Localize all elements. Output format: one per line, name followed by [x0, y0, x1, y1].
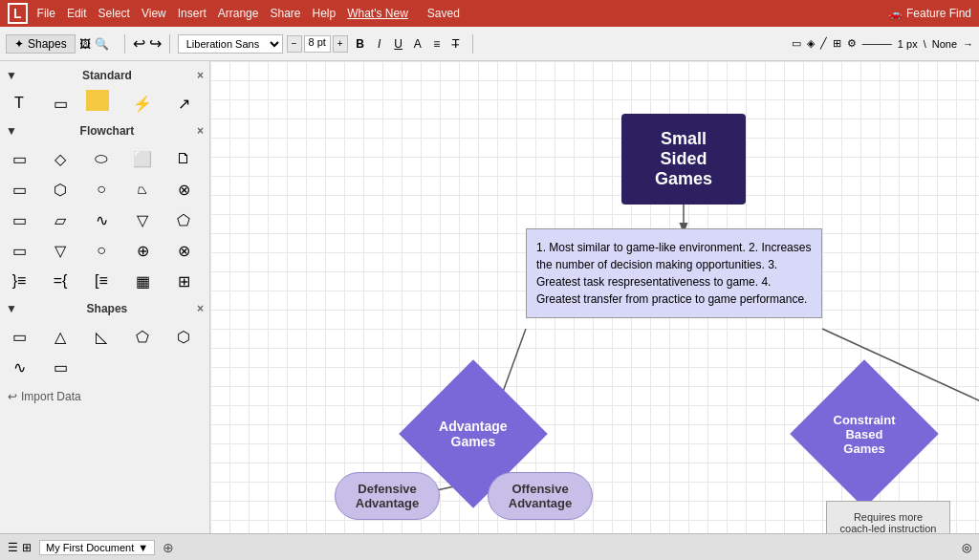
fc-wave[interactable]: ∿: [86, 206, 117, 233]
grid-view-icon[interactable]: ⊞: [22, 541, 32, 554]
undo-button[interactable]: ↩: [133, 34, 145, 53]
sh-rtriangle[interactable]: ◺: [86, 323, 117, 350]
car-icon: 🚗: [888, 7, 903, 20]
text-shape[interactable]: T: [4, 90, 34, 117]
search-icon[interactable]: 🔍: [95, 37, 109, 51]
feature-find[interactable]: 🚗 Feature Find: [888, 7, 971, 20]
add-tab-button[interactable]: ⊕: [163, 540, 174, 555]
underline-button[interactable]: U: [390, 34, 407, 54]
menu-edit[interactable]: Edit: [67, 7, 87, 20]
line-end-icon[interactable]: \: [924, 38, 926, 50]
line-icon[interactable]: ╱: [820, 37, 827, 50]
menu-share[interactable]: Share: [270, 7, 300, 20]
fc-cross[interactable]: ⊗: [168, 237, 199, 264]
font-increase-button[interactable]: +: [333, 35, 348, 53]
arrow-right-icon[interactable]: →: [963, 38, 973, 50]
fc-dblrect[interactable]: ⬜: [127, 145, 158, 172]
fc-table[interactable]: ▦: [127, 268, 158, 294]
fc-bracket3[interactable]: [≡: [86, 268, 117, 294]
yellow-rect-shape[interactable]: [86, 90, 109, 111]
fc-scroll[interactable]: 🗋: [168, 145, 199, 172]
main-area: ▼ Standard × T ▭ ⚡ ↗ ▼ Flowchart × ▭ ◇ ⬭…: [0, 61, 979, 533]
requires-node[interactable]: Requires morecoach-led instruction: [826, 501, 950, 533]
list-view-icon[interactable]: ☰: [8, 541, 18, 554]
sh-hex[interactable]: ⬡: [168, 323, 199, 350]
canvas-area[interactable]: SmallSidedGames 1. Most similar to game-…: [210, 61, 979, 533]
import-data-button[interactable]: ↩ Import Data: [4, 384, 206, 409]
menu-bar: File Edit Select View Insert Arrange Sha…: [37, 7, 460, 20]
image-icon[interactable]: 🖼: [79, 37, 91, 51]
fc-cylinder[interactable]: ⊗: [168, 176, 199, 203]
shapes-close[interactable]: ×: [197, 302, 204, 315]
border-icon[interactable]: ▭: [792, 37, 801, 50]
fc-triangle-down[interactable]: ▽: [127, 206, 158, 233]
defensive-advantage-node[interactable]: DefensiveAdvantage: [335, 472, 440, 520]
fc-pentagon[interactable]: ⬠: [168, 206, 199, 233]
sh-rect2[interactable]: ▭: [45, 354, 76, 380]
left-panel: ▼ Standard × T ▭ ⚡ ↗ ▼ Flowchart × ▭ ◇ ⬭…: [0, 61, 210, 533]
bottom-tab-bar: ☰ ⊞ My First Document ▼ ⊕ ◎: [0, 533, 979, 560]
fc-bracket1[interactable]: }≡: [4, 268, 34, 294]
menu-help[interactable]: Help: [313, 7, 337, 20]
shapes-panel-toggle[interactable]: ✦ Shapes: [6, 34, 76, 54]
fill-icon[interactable]: ◈: [807, 37, 815, 50]
constraint-based-node[interactable]: ConstraintBasedGames: [790, 359, 939, 508]
sh-pentagon[interactable]: ⬠: [127, 323, 158, 350]
font-family-select[interactable]: Liberation Sans: [178, 34, 283, 54]
font-size-value[interactable]: 8 pt: [304, 35, 331, 53]
strikethrough-button[interactable]: T̶: [447, 34, 465, 54]
lightning-shape[interactable]: ⚡: [127, 90, 158, 117]
menu-whats-new[interactable]: What's New: [347, 7, 408, 20]
sh-triangle[interactable]: △: [45, 323, 76, 350]
fc-table2[interactable]: ⊞: [168, 268, 199, 294]
fc-oval[interactable]: ○: [86, 176, 117, 203]
fc-rect4[interactable]: ▭: [4, 237, 34, 264]
sh-wave[interactable]: ∿: [4, 354, 34, 380]
menu-insert[interactable]: Insert: [178, 7, 207, 20]
none-select[interactable]: None: [932, 38, 957, 50]
color-button[interactable]: A: [409, 34, 426, 54]
fc-trapezoid[interactable]: ⏢: [127, 176, 158, 203]
italic-button[interactable]: I: [371, 34, 388, 54]
align-button[interactable]: ≡: [428, 34, 446, 54]
redo-button[interactable]: ↪: [149, 34, 162, 53]
menu-select[interactable]: Select: [98, 7, 130, 20]
small-sided-games-label: SmallSidedGames: [655, 129, 712, 189]
standard-label: Standard: [82, 69, 132, 82]
fc-circle[interactable]: ○: [86, 237, 117, 264]
sh-rect[interactable]: ▭: [4, 323, 34, 350]
fc-rect2[interactable]: ▭: [4, 206, 34, 233]
fc-diamond[interactable]: ◇: [45, 145, 76, 172]
format-buttons: B I U A ≡ T̶: [352, 34, 465, 54]
extra-icon[interactable]: ⚙: [847, 37, 857, 50]
menu-arrange[interactable]: Arrange: [218, 7, 259, 20]
fc-plus[interactable]: ⊕: [127, 237, 158, 264]
fc-rect[interactable]: ▭: [4, 145, 34, 172]
offensive-advantage-node[interactable]: OffensiveAdvantage: [488, 472, 593, 520]
undo-redo-buttons: ↩ ↪: [133, 34, 162, 53]
line-style[interactable]: ────: [862, 38, 892, 50]
bold-button[interactable]: B: [352, 34, 369, 54]
font-decrease-button[interactable]: −: [287, 35, 302, 53]
tab-dropdown-icon[interactable]: ▼: [138, 542, 148, 553]
line-width-value: 1 px: [898, 38, 918, 50]
flowchart-close[interactable]: ×: [197, 124, 204, 138]
fc-triangle2[interactable]: ▽: [45, 237, 76, 264]
waypoint-icon[interactable]: ⊞: [833, 37, 841, 50]
rect-shape[interactable]: ▭: [45, 90, 76, 117]
standard-close[interactable]: ×: [197, 69, 204, 82]
fc-rounded-rect[interactable]: ▭: [4, 176, 34, 203]
small-sided-games-node[interactable]: SmallSidedGames: [621, 114, 746, 205]
fc-stadium[interactable]: ⬭: [86, 145, 117, 172]
menu-view[interactable]: View: [141, 7, 166, 20]
fc-rect3[interactable]: ▱: [45, 206, 76, 233]
fc-bracket2[interactable]: ={: [45, 268, 76, 294]
info-box-node[interactable]: 1. Most similar to game-like environment…: [526, 228, 822, 318]
import-icon: ↩: [8, 390, 17, 403]
info-box-text: 1. Most similar to game-like environment…: [536, 241, 811, 306]
fc-hex[interactable]: ⬡: [45, 176, 76, 203]
my-first-document-tab[interactable]: My First Document ▼: [39, 540, 155, 555]
tab-right-icon[interactable]: ◎: [962, 541, 971, 554]
menu-file[interactable]: File: [37, 7, 55, 20]
arrow-shape[interactable]: ↗: [168, 90, 199, 117]
